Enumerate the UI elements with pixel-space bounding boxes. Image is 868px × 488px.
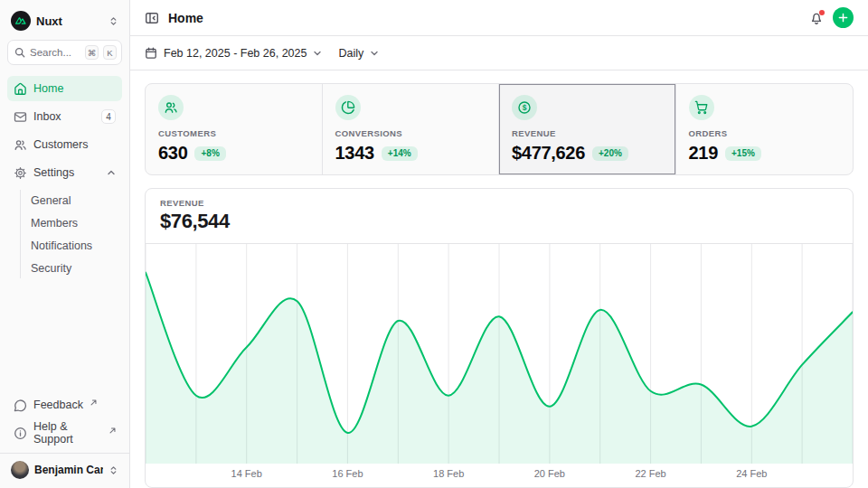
svg-text:$: $ <box>523 103 527 112</box>
sidebar-item-label: Feedback <box>33 399 83 411</box>
sidebar-footer-nav: Feedback Help & Support <box>7 392 122 446</box>
revenue-area-chart <box>146 244 853 464</box>
collapse-sidebar-button[interactable] <box>145 11 159 25</box>
user-avatar <box>11 461 29 479</box>
notification-dot <box>819 10 825 15</box>
stat-card-conversions[interactable]: CONVERSIONS 1343 +14% <box>323 84 500 174</box>
chevron-down-icon <box>313 49 322 58</box>
stat-change-badge: +15% <box>725 146 761 161</box>
sidebar-item-inbox[interactable]: Inbox 4 <box>7 104 122 129</box>
chevrons-up-down-icon <box>108 465 118 475</box>
stats-grid: CUSTOMERS 630 +8% CONVERSIONS 1343 +14% <box>145 83 854 175</box>
chart-header: REVENUE $76,544 <box>146 189 853 244</box>
sidebar-item-label: Customers <box>33 138 116 151</box>
chevrons-up-down-icon <box>108 16 118 26</box>
sidebar-item-feedback[interactable]: Feedback <box>7 392 122 418</box>
kbd-cmd: ⌘ <box>85 45 99 60</box>
sidebar-item-settings[interactable]: Settings <box>7 160 122 185</box>
search-placeholder: Search... <box>30 47 80 58</box>
settings-submenu: General Members Notifications Security <box>20 190 122 278</box>
sidebar-item-home[interactable]: Home <box>7 76 122 101</box>
workspace-name: Nuxt <box>36 14 103 28</box>
stat-card-orders[interactable]: ORDERS 219 +15% <box>676 84 854 174</box>
workspace-switcher[interactable]: Nuxt <box>7 7 122 40</box>
sidebar-item-security[interactable]: Security <box>31 258 122 278</box>
sidebar-item-label: Settings <box>33 166 100 179</box>
sidebar-item-customers[interactable]: Customers <box>7 132 122 157</box>
x-axis-tick-label: 24 Feb <box>736 468 767 479</box>
sidebar: Nuxt Search... ⌘ K Home <box>0 0 130 488</box>
notifications-button[interactable] <box>809 11 824 25</box>
chart-x-axis: 14 Feb16 Feb18 Feb20 Feb22 Feb24 Feb <box>146 464 853 487</box>
chart-metric-value: $76,544 <box>160 210 838 233</box>
sidebar-item-members[interactable]: Members <box>31 212 122 233</box>
sidebar-item-label: Help & Support <box>33 420 102 446</box>
x-axis-tick-label: 22 Feb <box>635 468 665 479</box>
dashboard-app: Nuxt Search... ⌘ K Home <box>0 0 868 488</box>
x-axis-tick-label: 14 Feb <box>231 468 262 479</box>
sidebar-spacer <box>7 280 122 392</box>
chevron-down-icon <box>370 49 379 58</box>
sidebar-item-notifications[interactable]: Notifications <box>31 235 122 256</box>
stat-value: 219 <box>689 143 718 164</box>
search-input[interactable]: Search... ⌘ K <box>7 40 122 65</box>
users-icon <box>158 95 184 120</box>
external-link-icon <box>90 399 97 406</box>
nuxt-logo-icon <box>11 11 31 31</box>
sidebar-divider <box>0 453 129 454</box>
search-icon <box>14 47 25 58</box>
chart-plot-area[interactable] <box>146 244 853 464</box>
info-circle-icon <box>14 427 27 440</box>
date-range-picker[interactable]: Feb 12, 2025 - Feb 26, 2025 <box>145 47 322 60</box>
main-area: Home Feb 12, 2025 - Feb 26, 2025 <box>130 0 868 488</box>
add-button[interactable] <box>833 7 854 28</box>
x-axis-tick-label: 18 Feb <box>433 468 464 479</box>
external-link-icon <box>109 427 116 434</box>
stat-value: 1343 <box>335 143 374 164</box>
sidebar-item-help-support[interactable]: Help & Support <box>7 420 122 446</box>
house-icon <box>14 82 27 96</box>
sidebar-item-label: Home <box>33 82 116 95</box>
stat-card-revenue[interactable]: $ REVENUE $477,626 +20% <box>499 84 676 174</box>
stat-label: REVENUE <box>512 128 663 138</box>
stat-change-badge: +14% <box>382 146 418 161</box>
stat-card-customers[interactable]: CUSTOMERS 630 +8% <box>146 84 323 174</box>
chart-pie-icon <box>335 95 361 120</box>
dashboard-content: CUSTOMERS 630 +8% CONVERSIONS 1343 +14% <box>130 70 868 488</box>
stat-label: CUSTOMERS <box>158 128 309 138</box>
period-select[interactable]: Daily <box>338 47 379 60</box>
chevron-up-icon <box>107 168 116 177</box>
page-title: Home <box>168 11 203 25</box>
stat-label: CONVERSIONS <box>335 128 486 138</box>
gear-icon <box>14 166 27 180</box>
x-axis-tick-label: 20 Feb <box>534 468 565 479</box>
kbd-k: K <box>103 45 117 60</box>
shopping-cart-icon <box>689 95 714 120</box>
date-range-label: Feb 12, 2025 - Feb 26, 2025 <box>164 47 307 60</box>
sidebar-item-label: Inbox <box>33 110 95 123</box>
stat-change-badge: +8% <box>194 146 225 161</box>
revenue-chart-card: REVENUE $76,544 14 Feb16 Feb18 Feb20 Feb… <box>145 188 854 488</box>
filters-toolbar: Feb 12, 2025 - Feb 26, 2025 Daily <box>130 36 868 70</box>
page-header: Home <box>130 0 868 36</box>
x-axis-tick-label: 16 Feb <box>332 468 363 479</box>
inbox-icon <box>14 110 27 124</box>
message-bubble-icon <box>14 399 27 412</box>
circle-dollar-icon: $ <box>512 95 537 120</box>
stat-value: 630 <box>158 143 187 164</box>
stat-label: ORDERS <box>689 128 841 138</box>
stat-value: $477,626 <box>512 143 585 164</box>
stat-change-badge: +20% <box>592 146 628 161</box>
sidebar-item-general[interactable]: General <box>31 190 122 211</box>
user-menu[interactable]: Benjamin Canac <box>7 459 122 481</box>
inbox-count-badge: 4 <box>101 109 116 124</box>
period-label: Daily <box>338 47 363 60</box>
chart-metric-label: REVENUE <box>160 198 838 208</box>
users-icon <box>14 138 27 152</box>
sidebar-nav: Home Inbox 4 Customers Settings <box>7 76 122 280</box>
user-name: Benjamin Canac <box>34 464 103 476</box>
calendar-icon <box>145 47 157 60</box>
